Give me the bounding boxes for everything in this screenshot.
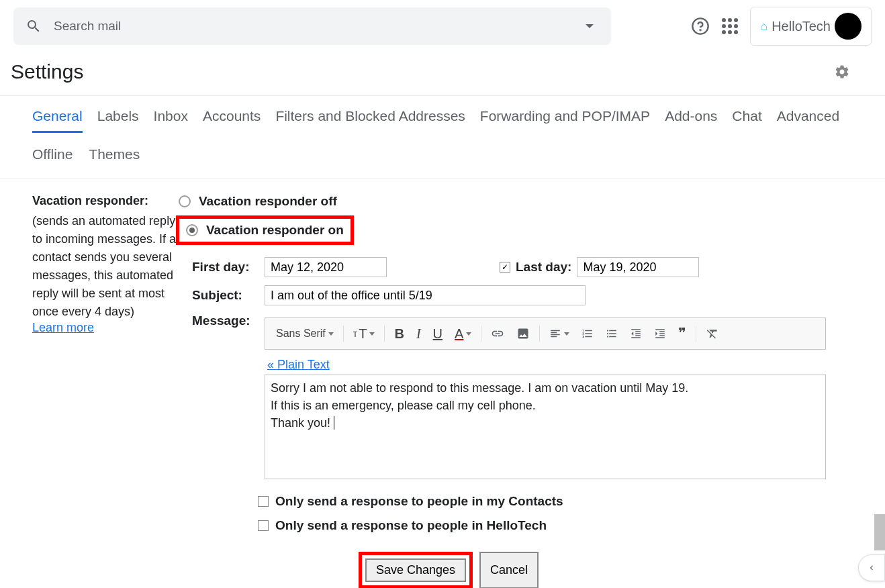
vacation-title: Vacation responder: — [32, 194, 179, 208]
last-day-input[interactable] — [577, 257, 699, 277]
bold-button[interactable]: B — [389, 324, 409, 344]
vacation-desc: (sends an automated reply to incoming me… — [32, 212, 179, 321]
font-select[interactable]: Sans Serif — [271, 325, 339, 342]
gear-icon[interactable] — [834, 64, 850, 80]
responder-off-row[interactable]: Vacation responder off — [179, 194, 853, 209]
plain-text-link[interactable]: « Plain Text — [267, 358, 330, 372]
first-day-label: First day: — [192, 260, 257, 275]
editor-line: Sorry I am not able to respond to this m… — [271, 379, 820, 397]
first-day-row: First day: Last day: — [192, 257, 853, 277]
brand-box[interactable]: ⌂ HelloTech — [750, 7, 872, 46]
image-button[interactable] — [511, 324, 535, 343]
font-size-button[interactable]: тT — [348, 324, 381, 344]
tab-inbox[interactable]: Inbox — [154, 108, 188, 133]
responder-on-highlight: Vacation responder on — [176, 215, 354, 245]
only-contacts-checkbox[interactable] — [258, 496, 269, 507]
header: ⌂ HelloTech — [0, 0, 885, 52]
subject-input[interactable] — [265, 285, 586, 305]
message-row: Message: Sans Serif тT B I U A — [192, 313, 853, 479]
editor-wrap: Sans Serif тT B I U A — [265, 313, 826, 479]
tabs-secondary: Offline Themes — [0, 140, 885, 179]
only-domain-checkbox[interactable] — [258, 520, 269, 531]
tab-forwarding[interactable]: Forwarding and POP/IMAP — [480, 108, 650, 133]
chevron-left-icon — [867, 563, 876, 573]
section-right: Vacation responder off Vacation responde… — [179, 194, 853, 588]
brand-home-icon: ⌂ — [760, 19, 767, 34]
indent-more-button[interactable] — [649, 325, 671, 342]
responder-on-label: Vacation responder on — [206, 223, 344, 238]
align-button[interactable] — [544, 325, 575, 342]
tab-addons[interactable]: Add-ons — [665, 108, 717, 133]
toolbar-sep — [481, 326, 481, 342]
tab-themes[interactable]: Themes — [89, 146, 140, 169]
editor-line: If this is an emergency, please call my … — [271, 397, 820, 414]
only-domain-label: Only send a response to people in HelloT… — [275, 518, 547, 533]
last-day-label: Last day: — [516, 260, 571, 275]
side-panel-toggle[interactable] — [858, 554, 885, 581]
save-button[interactable]: Save Changes — [365, 558, 466, 582]
editor-line: Thank you! — [271, 414, 820, 432]
tab-general[interactable]: General — [32, 108, 83, 133]
svg-point-1 — [700, 30, 701, 30]
tabs-primary: General Labels Inbox Accounts Filters an… — [0, 96, 885, 140]
only-contacts-label: Only send a response to people in my Con… — [275, 494, 563, 509]
responder-off-label: Vacation responder off — [199, 194, 337, 209]
numbered-list-button[interactable] — [576, 325, 599, 342]
remove-format-button[interactable] — [700, 324, 725, 343]
message-editor[interactable]: Sorry I am not able to respond to this m… — [265, 375, 826, 479]
brand-text: HelloTech — [772, 19, 831, 34]
tab-advanced[interactable]: Advanced — [777, 108, 839, 133]
tab-offline[interactable]: Offline — [32, 146, 73, 169]
search-input[interactable] — [54, 19, 586, 34]
help-icon[interactable] — [691, 17, 710, 36]
last-day-checkbox[interactable] — [500, 262, 510, 273]
tab-filters[interactable]: Filters and Blocked Addresses — [275, 108, 465, 133]
section-left: Vacation responder: (sends an automated … — [32, 194, 179, 588]
header-right: ⌂ HelloTech — [691, 7, 872, 46]
quote-button[interactable]: ❞ — [673, 322, 692, 345]
message-label: Message: — [192, 313, 257, 328]
toolbar-sep — [696, 326, 696, 342]
text-color-button[interactable]: A — [449, 324, 477, 344]
radio-off[interactable] — [179, 195, 191, 207]
toolbar-sep — [343, 326, 344, 342]
underline-button[interactable]: U — [428, 324, 448, 344]
last-day-wrap: Last day: — [500, 257, 699, 277]
search-icon — [26, 18, 42, 34]
content: Vacation responder: (sends an automated … — [0, 179, 885, 588]
save-highlight: Save Changes — [359, 552, 473, 588]
page-title: Settings — [11, 60, 83, 83]
first-day-input[interactable] — [265, 257, 387, 277]
link-button[interactable] — [485, 324, 510, 343]
title-row: Settings — [0, 52, 885, 96]
toolbar-sep — [539, 326, 540, 342]
tab-chat[interactable]: Chat — [732, 108, 761, 133]
apps-icon[interactable] — [722, 18, 738, 34]
footer-buttons: Save Changes Cancel — [359, 552, 853, 588]
indent-less-button[interactable] — [624, 325, 647, 342]
only-contacts-row: Only send a response to people in my Con… — [258, 494, 853, 509]
tab-labels[interactable]: Labels — [97, 108, 139, 133]
cancel-button[interactable]: Cancel — [479, 552, 539, 588]
scrollbar-thumb[interactable] — [874, 514, 885, 550]
subject-row: Subject: — [192, 285, 853, 305]
editor-toolbar: Sans Serif тT B I U A — [265, 317, 826, 350]
search-box[interactable] — [13, 7, 611, 45]
italic-button[interactable]: I — [411, 324, 426, 344]
learn-more-link[interactable]: Learn more — [32, 321, 94, 334]
search-options-icon[interactable] — [586, 24, 594, 28]
tab-accounts[interactable]: Accounts — [203, 108, 261, 133]
subject-label: Subject: — [192, 288, 257, 303]
bullet-list-button[interactable] — [600, 325, 623, 342]
toolbar-sep — [384, 326, 385, 342]
avatar[interactable] — [835, 13, 861, 40]
radio-on[interactable] — [186, 224, 198, 236]
only-domain-row: Only send a response to people in HelloT… — [258, 518, 853, 533]
